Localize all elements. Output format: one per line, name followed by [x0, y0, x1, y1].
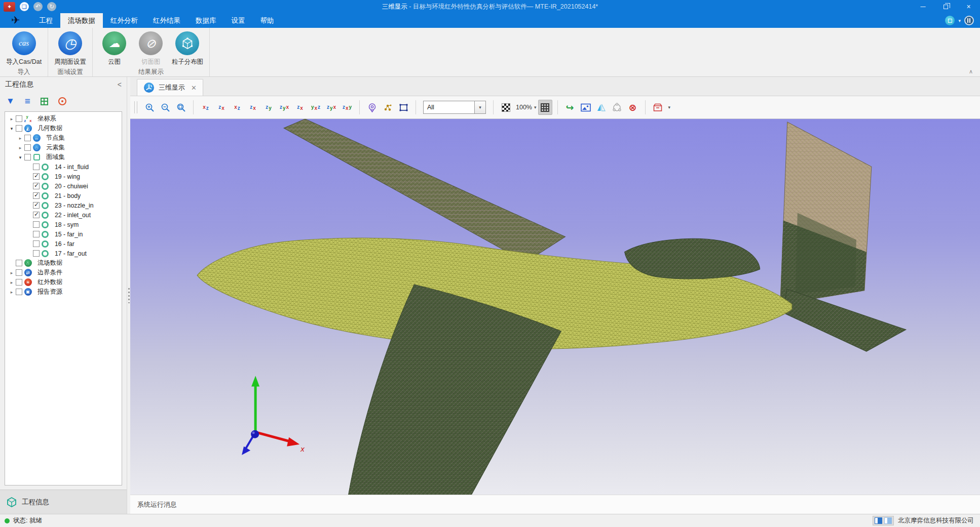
- tree-item[interactable]: 21 - body: [5, 191, 122, 200]
- tree-expander-icon[interactable]: ▾: [17, 155, 24, 160]
- menubar-item-5[interactable]: 设置: [224, 13, 253, 28]
- tree-item-checkbox[interactable]: [16, 115, 22, 122]
- panel-footer[interactable]: 工程信息: [0, 490, 127, 514]
- view-orientation-button-5[interactable]: zyx: [277, 100, 291, 115]
- export-share-icon[interactable]: ↪: [563, 100, 577, 115]
- tree-item-checkbox[interactable]: [33, 240, 40, 247]
- view-orientation-button-9[interactable]: zxy: [340, 100, 354, 115]
- tree-item-checkbox[interactable]: [33, 212, 40, 218]
- tree-item-checkbox[interactable]: [24, 135, 31, 141]
- tree-item[interactable]: 19 - wing: [5, 172, 122, 181]
- ribbon-button-contour-cloud[interactable]: ☁云图: [99, 31, 130, 66]
- tree-item-checkbox[interactable]: [24, 144, 31, 151]
- tab-3d-view[interactable]: 三维显示 ✕: [137, 79, 203, 96]
- app-icon[interactable]: ✦: [4, 2, 15, 12]
- ribbon-collapse-icon[interactable]: ∧: [969, 68, 973, 75]
- filter-icon[interactable]: ▼: [6, 96, 15, 106]
- tree-item-checkbox[interactable]: [16, 260, 22, 266]
- tree-expander-icon[interactable]: ▸: [17, 136, 24, 141]
- view-orientation-button-6[interactable]: zx: [293, 100, 307, 115]
- display-filter-select[interactable]: All ▾: [423, 101, 486, 114]
- tree-item[interactable]: 22 - inlet_out: [5, 210, 122, 220]
- tree-item[interactable]: ∴流场数据: [5, 258, 122, 268]
- tree-item-checkbox[interactable]: [16, 279, 22, 286]
- style-switch-icon[interactable]: [964, 16, 974, 25]
- tree-item[interactable]: ▸◌元素集: [5, 143, 122, 152]
- tree-item[interactable]: ▸⇄边界条件: [5, 268, 122, 277]
- ribbon-button-cas-import[interactable]: cas导入Cas/Dat: [6, 31, 42, 66]
- tree-item-checkbox[interactable]: [33, 202, 40, 209]
- tree-item[interactable]: 14 - int_fluid: [5, 162, 122, 172]
- tree-item[interactable]: 20 - chuiwei: [5, 181, 122, 191]
- grid-view-icon[interactable]: [41, 98, 48, 105]
- view-orientation-button-4[interactable]: zy: [261, 100, 276, 115]
- menubar-item-6[interactable]: 帮助: [253, 13, 282, 28]
- transparency-icon[interactable]: [499, 100, 513, 115]
- tree-item[interactable]: ▾◭几何数据: [5, 124, 122, 133]
- tree-item[interactable]: 18 - sym: [5, 220, 122, 229]
- tree-expander-icon[interactable]: ▸: [8, 290, 15, 295]
- view-orientation-button-7[interactable]: yxz: [309, 100, 323, 115]
- tree-item[interactable]: ▸↔节点集: [5, 133, 122, 143]
- tab-close-icon[interactable]: ✕: [191, 84, 197, 92]
- menubar-item-1[interactable]: 流场数据: [60, 13, 103, 28]
- save-document-icon[interactable]: ❏: [20, 2, 29, 11]
- tree-expander-icon[interactable]: ▸: [17, 145, 24, 150]
- display-mode-caret-icon[interactable]: ▾: [958, 18, 961, 23]
- tree-item-checkbox[interactable]: [33, 250, 40, 257]
- close-button[interactable]: ×: [957, 0, 980, 13]
- tree-item[interactable]: ▸yzx坐标系: [5, 114, 122, 124]
- opacity-level-dropdown[interactable]: 100%▾: [514, 100, 537, 115]
- tree-item-checkbox[interactable]: [16, 289, 22, 295]
- menubar-item-2[interactable]: 红外分析: [103, 13, 145, 28]
- tree-expander-icon[interactable]: ▸: [8, 116, 15, 121]
- view-orientation-button-0[interactable]: xz: [199, 100, 213, 115]
- collapse-list-icon[interactable]: ≡: [25, 96, 30, 107]
- restore-button[interactable]: [934, 0, 957, 13]
- toolbar-grip-handle[interactable]: [134, 101, 137, 113]
- camera-position-icon[interactable]: [365, 100, 379, 115]
- redo-icon[interactable]: ↻: [47, 2, 56, 11]
- snapshot-image-icon[interactable]: [579, 100, 593, 115]
- minimize-button[interactable]: ─: [912, 0, 934, 13]
- tree-item[interactable]: 23 - nozzle_in: [5, 200, 122, 210]
- menubar-item-0[interactable]: 工程: [31, 13, 60, 28]
- tree-item[interactable]: ▾面域集: [5, 152, 122, 162]
- 3d-viewport[interactable]: x: [130, 119, 980, 495]
- panel-layout-icon-2[interactable]: [884, 517, 892, 524]
- view-orientation-button-3[interactable]: zx: [246, 100, 260, 115]
- locate-icon[interactable]: [58, 97, 66, 105]
- mesh-grid-toggle-icon[interactable]: [538, 100, 552, 115]
- panel-layout-icon-1[interactable]: [875, 517, 882, 524]
- tree-item-checkbox[interactable]: [24, 154, 31, 160]
- tree-expander-icon[interactable]: ▾: [8, 126, 15, 131]
- panel-splitter[interactable]: [127, 77, 130, 514]
- tree-expander-icon[interactable]: ▸: [8, 270, 15, 275]
- box-select-icon[interactable]: [396, 100, 410, 115]
- menubar-item-4[interactable]: 数据库: [188, 13, 224, 28]
- tree-expander-icon[interactable]: ▸: [8, 280, 15, 285]
- view-orientation-button-8[interactable]: zyx: [324, 100, 338, 115]
- menubar-item-3[interactable]: 红外结果: [145, 13, 188, 28]
- combo-dropdown-icon[interactable]: ▾: [474, 101, 485, 113]
- tree-item-checkbox[interactable]: [16, 125, 22, 132]
- view-orientation-button-1[interactable]: zx: [214, 100, 229, 115]
- zoom-fit-icon[interactable]: [174, 100, 188, 115]
- tree-item-checkbox[interactable]: [33, 173, 40, 180]
- tree-item-checkbox[interactable]: [33, 183, 40, 189]
- zoom-in-icon[interactable]: [142, 100, 157, 115]
- ribbon-button-periodic-face[interactable]: ◷周期面设置: [54, 31, 86, 66]
- zoom-out-icon[interactable]: [158, 100, 172, 115]
- panel-collapse-icon[interactable]: <: [118, 80, 122, 89]
- tree-item[interactable]: 16 - far: [5, 239, 122, 249]
- tree-item[interactable]: ▸▣报告资源: [5, 287, 122, 297]
- tree-item[interactable]: 17 - far_out: [5, 249, 122, 258]
- linked-views-icon[interactable]: [610, 100, 624, 115]
- undo-icon[interactable]: ↶: [33, 2, 43, 11]
- mirror-flip-icon[interactable]: [594, 100, 609, 115]
- particles-display-icon[interactable]: [381, 100, 395, 115]
- cancel-icon[interactable]: ⊗: [626, 100, 640, 115]
- archive-dropdown-icon[interactable]: ▾: [668, 105, 671, 110]
- tree-item[interactable]: 15 - far_in: [5, 229, 122, 239]
- tree-item-checkbox[interactable]: [16, 269, 22, 276]
